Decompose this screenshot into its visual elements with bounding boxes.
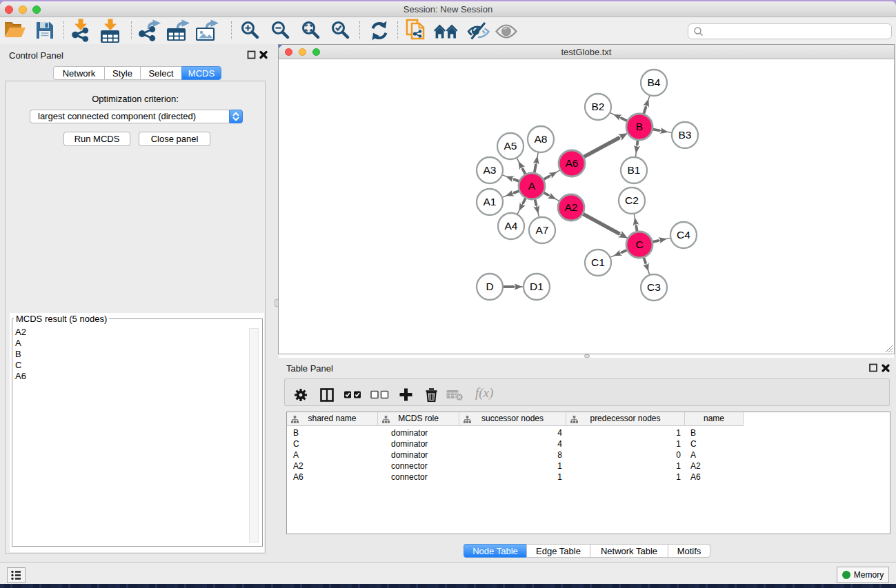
svg-text:A4: A4: [505, 220, 518, 232]
svg-text:C3: C3: [647, 281, 661, 293]
svg-text:C: C: [635, 239, 643, 250]
svg-text:C4: C4: [677, 229, 690, 241]
svg-text:B2: B2: [592, 101, 605, 112]
svg-text:C2: C2: [625, 194, 639, 206]
svg-text:A5: A5: [504, 140, 517, 152]
svg-text:A: A: [528, 180, 536, 192]
svg-text:A2: A2: [565, 201, 578, 213]
svg-text:B1: B1: [628, 164, 641, 176]
svg-text:B: B: [636, 121, 643, 132]
svg-text:A3: A3: [484, 164, 497, 176]
svg-text:A8: A8: [535, 133, 548, 145]
svg-text:A7: A7: [536, 224, 549, 236]
svg-text:A1: A1: [484, 196, 497, 207]
svg-text:A6: A6: [566, 157, 579, 169]
svg-text:D: D: [486, 281, 493, 292]
svg-text:D1: D1: [530, 281, 544, 292]
svg-text:B3: B3: [679, 129, 692, 141]
svg-text:C1: C1: [591, 256, 605, 268]
svg-text:B4: B4: [648, 77, 661, 88]
